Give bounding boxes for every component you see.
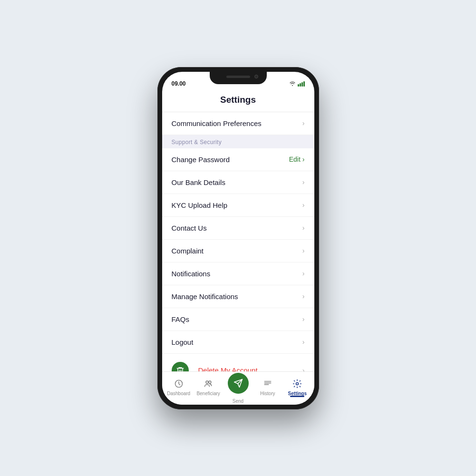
communication-preferences-label: Communication Preferences [172, 119, 262, 127]
complaint-item[interactable]: Complaint › [162, 240, 314, 262]
menu-item-left: Change Password [172, 155, 230, 164]
wifi-icon [289, 81, 296, 87]
dashboard-icon [174, 379, 184, 391]
delete-left: Delete My Account [172, 362, 258, 371]
notch [210, 72, 267, 84]
delete-account-label: Delete My Account [198, 366, 258, 371]
menu-item-right: › [302, 119, 305, 127]
change-password-label: Change Password [172, 155, 230, 164]
chevron-right-icon: › [302, 224, 305, 232]
phone-screen: 09.00 Settings [162, 72, 314, 405]
menu-item-right: › [302, 178, 305, 186]
phone-container: 09.00 Settings [157, 67, 319, 409]
contact-us-label: Contact Us [172, 224, 207, 232]
edit-label[interactable]: Edit [289, 155, 301, 163]
chevron-right-icon: › [302, 178, 305, 186]
bottom-nav: Dashboard Beneficiary [162, 371, 314, 405]
delete-account-item[interactable]: Delete My Account › [162, 355, 314, 371]
battery-icon [298, 81, 305, 87]
chevron-right-icon: › [302, 201, 305, 209]
menu-item-left: Our Bank Details [172, 178, 225, 186]
menu-item-right: › [302, 315, 305, 323]
nav-beneficiary-label: Beneficiary [196, 391, 220, 396]
settings-icon [292, 379, 302, 391]
notifications-item[interactable]: Notifications › [162, 262, 314, 285]
svg-point-1 [206, 381, 208, 383]
our-bank-details-item[interactable]: Our Bank Details › [162, 171, 314, 194]
notifications-label: Notifications [172, 270, 211, 278]
delete-right: › [302, 367, 305, 371]
chevron-right-icon: › [302, 119, 305, 127]
contact-us-item[interactable]: Contact Us › [162, 217, 314, 240]
change-password-item[interactable]: Change Password Edit › [162, 148, 314, 171]
nav-history-label: History [260, 391, 275, 396]
menu-item-left: FAQs [172, 315, 190, 323]
menu-item-right: › [302, 224, 305, 232]
active-indicator [290, 396, 304, 397]
chevron-right-icon: › [302, 247, 305, 254]
nav-item-dashboard[interactable]: Dashboard [164, 379, 194, 397]
menu-item-left: Manage Notifications [172, 292, 238, 301]
faqs-item[interactable]: FAQs › [162, 308, 314, 331]
menu-item-right: › [302, 292, 305, 300]
nav-send-label: Send [233, 398, 243, 404]
menu-item-right: › [302, 270, 305, 277]
menu-item-left: KYC Upload Help [172, 201, 228, 209]
menu-item-right: › [302, 247, 305, 254]
menu-item-left: Complaint [172, 247, 204, 255]
notch-speaker [226, 76, 250, 78]
manage-notifications-label: Manage Notifications [172, 292, 238, 301]
faqs-label: FAQs [172, 315, 190, 323]
send-button[interactable] [228, 373, 249, 394]
kyc-upload-help-item[interactable]: KYC Upload Help › [162, 194, 314, 217]
communication-section: Communication Preferences › [162, 112, 314, 135]
chevron-right-icon: › [302, 315, 305, 323]
status-icons [289, 81, 305, 87]
screen-content: Settings Communication Preferences › Sup… [162, 89, 314, 371]
chevron-right-icon: › [302, 367, 305, 371]
logout-item[interactable]: Logout › [162, 331, 314, 354]
kyc-upload-help-label: KYC Upload Help [172, 201, 228, 209]
status-time: 09.00 [172, 80, 186, 87]
nav-dashboard-label: Dashboard [167, 391, 190, 396]
menu-item-right: › [302, 338, 305, 346]
beneficiary-icon [204, 379, 213, 391]
page-title: Settings [162, 89, 314, 112]
communication-preferences-item[interactable]: Communication Preferences › [162, 112, 314, 135]
nav-item-settings[interactable]: Settings [282, 379, 312, 397]
history-icon [263, 379, 272, 391]
our-bank-details-label: Our Bank Details [172, 178, 225, 186]
support-security-section: Support & Security Change Password Edit … [162, 135, 314, 354]
svg-point-2 [209, 381, 211, 383]
menu-item-left: Logout [172, 338, 194, 346]
chevron-right-icon: › [302, 338, 305, 346]
logout-label: Logout [172, 338, 194, 346]
chevron-right-icon: › [302, 292, 305, 300]
menu-item-left: Contact Us [172, 224, 207, 232]
chevron-right-icon: › [302, 270, 305, 277]
menu-item-right: Edit › [289, 155, 305, 163]
nav-item-history[interactable]: History [253, 379, 282, 397]
notch-camera [254, 75, 258, 78]
support-security-header: Support & Security [162, 135, 314, 148]
svg-point-3 [296, 383, 299, 385]
menu-item-right: › [302, 201, 305, 209]
menu-item-left: Communication Preferences [172, 119, 262, 127]
delete-icon-wrap [172, 362, 189, 371]
nav-item-beneficiary[interactable]: Beneficiary [194, 379, 223, 397]
nav-item-send[interactable]: Send [223, 373, 253, 404]
chevron-right-icon: › [302, 155, 305, 163]
manage-notifications-item[interactable]: Manage Notifications › [162, 285, 314, 308]
complaint-label: Complaint [172, 247, 204, 255]
menu-item-left: Notifications [172, 270, 211, 278]
